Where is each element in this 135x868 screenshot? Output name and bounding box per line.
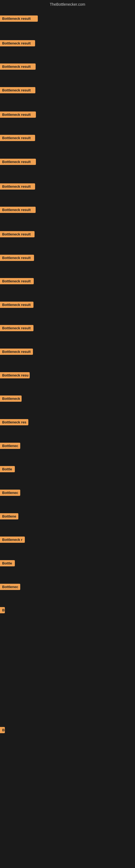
bottleneck-badge[interactable]: Bottleneck res bbox=[0, 419, 28, 425]
bottleneck-badge[interactable]: Bottleneck result bbox=[0, 302, 34, 308]
bottleneck-badge[interactable]: Bottleneck result bbox=[0, 16, 38, 22]
bottleneck-badge[interactable]: Bottleneck result bbox=[0, 278, 34, 284]
bottleneck-badge[interactable]: B bbox=[0, 727, 5, 733]
bottleneck-badge[interactable]: Bottleneck result bbox=[0, 255, 34, 261]
bottleneck-badge[interactable]: Bottle bbox=[0, 560, 15, 566]
bottleneck-badge[interactable]: Bottleneck result bbox=[0, 348, 33, 355]
bottleneck-badge[interactable]: Bottleneck result bbox=[0, 63, 36, 70]
bottleneck-badge[interactable]: Bottleneck result bbox=[0, 325, 34, 331]
bottleneck-badge[interactable]: Bottleneck result bbox=[0, 87, 35, 93]
bottleneck-badge[interactable]: Bottlenec bbox=[0, 584, 20, 590]
bottleneck-badge[interactable]: Bottleneck result bbox=[0, 159, 36, 165]
bottleneck-badge[interactable]: B bbox=[0, 607, 5, 613]
site-title: TheBottlenecker.com bbox=[50, 2, 85, 6]
bottleneck-badge[interactable]: Bottleneck result bbox=[0, 40, 35, 46]
bottleneck-badge[interactable]: Bottleneck result bbox=[0, 207, 36, 213]
bottleneck-badge[interactable]: Bottleneck result bbox=[0, 112, 36, 118]
bottleneck-badge[interactable]: Bottleneck result bbox=[0, 183, 35, 190]
bottleneck-badge[interactable]: Bottlenec bbox=[0, 490, 20, 496]
bottleneck-badge[interactable]: Bottleneck result bbox=[0, 135, 35, 141]
bottleneck-badge[interactable]: Bottleneck result bbox=[0, 231, 35, 237]
bottleneck-badge[interactable]: Bottlenec bbox=[0, 443, 20, 449]
bottleneck-badge[interactable]: Bottleneck r bbox=[0, 536, 25, 543]
bottleneck-badge[interactable]: Bottleneck bbox=[0, 396, 21, 402]
bottleneck-badge[interactable]: Bottleneck resu bbox=[0, 372, 30, 378]
bottleneck-badge[interactable]: Bottlene bbox=[0, 513, 18, 520]
bottleneck-badge[interactable]: Bottle bbox=[0, 466, 15, 472]
